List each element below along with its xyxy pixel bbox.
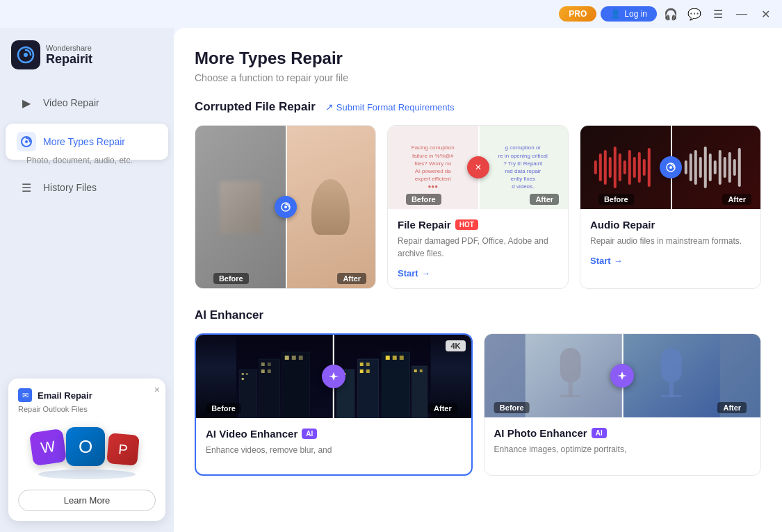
headphone-icon-button[interactable]: 🎧: [661, 4, 681, 24]
svg-rect-40: [261, 369, 265, 373]
user-icon: 👤: [610, 9, 621, 19]
audio-repair-body: Audio Repair Repair audio files in mains…: [580, 209, 760, 276]
sidebar-item-history-files[interactable]: ☰ History Files: [6, 169, 168, 206]
sidebar-item-label-history: History Files: [43, 182, 97, 193]
ai-video-center-icon: [322, 365, 345, 388]
menu-icon-button[interactable]: ☰: [708, 4, 728, 24]
close-button[interactable]: ✕: [756, 4, 775, 24]
close-icon-small: ×: [154, 384, 160, 395]
ai-cards-grid: Before After 4K: [195, 333, 761, 476]
svg-rect-37: [259, 359, 280, 418]
video-repair-icon: ▶: [17, 93, 36, 113]
svg-point-31: [669, 166, 672, 169]
file-badge: ✕: [467, 156, 489, 178]
audio-repair-start[interactable]: Start →: [590, 256, 751, 266]
ai-video-desc: Enhance videos, remove blur, and: [206, 444, 462, 456]
audio-repair-card[interactable]: Before After Audio Repair Repair audio f…: [580, 125, 761, 289]
svg-rect-6: [594, 160, 597, 174]
ai-photo-desc: Enhance images, optimize portraits,: [494, 443, 751, 456]
ai-section-title: AI Enhancer: [195, 308, 263, 322]
svg-rect-62: [420, 369, 423, 372]
sidebar-item-video-repair[interactable]: ▶ Video Repair: [6, 85, 168, 121]
svg-rect-36: [242, 378, 244, 380]
ai-badge-photo: AI: [592, 428, 607, 438]
email-promo-header: ✉ Email Repair: [18, 388, 156, 402]
sidebar-item-label-video: Video Repair: [43, 97, 99, 108]
svg-rect-21: [699, 157, 701, 178]
before-label-photo: Before: [213, 273, 249, 284]
svg-rect-69: [669, 383, 673, 397]
svg-rect-7: [599, 153, 602, 181]
4k-tag: 4K: [446, 340, 465, 351]
sidebar-item-more-types-repair[interactable]: More Types Repair: [6, 124, 168, 160]
svg-rect-53: [366, 363, 370, 366]
after-label-video: After: [428, 403, 457, 414]
email-promo-close-button[interactable]: ×: [154, 384, 160, 395]
svg-rect-14: [633, 157, 636, 178]
before-label-file: Before: [406, 194, 441, 205]
svg-rect-54: [360, 369, 364, 373]
svg-rect-29: [738, 148, 740, 187]
svg-rect-57: [386, 356, 390, 360]
file-repair-start[interactable]: Start →: [398, 268, 558, 279]
email-promo-card: × ✉ Email Repair Repair Outlook Files W …: [8, 379, 165, 521]
pro-badge[interactable]: PRO: [559, 6, 596, 22]
email-promo-title: Email Repair: [38, 390, 92, 401]
svg-rect-10: [614, 147, 617, 188]
svg-rect-23: [708, 153, 711, 181]
ai-photo-image: Before After: [484, 334, 761, 417]
ai-video-title: AI Video Enhancer AI: [206, 428, 462, 440]
sidebar: Wondershare Repairit ▶ Video Repair More…: [0, 28, 174, 532]
logo-area: Wondershare Repairit: [0, 35, 174, 83]
svg-rect-39: [268, 363, 271, 366]
svg-rect-70: [660, 395, 681, 397]
email-promo-image: W O P: [18, 420, 156, 483]
photo-repair-card[interactable]: Before After Photo Repair HOT Repair cor…: [195, 125, 376, 289]
submit-format-link[interactable]: ↗ Submit Format Requirements: [325, 101, 455, 113]
audio-repair-desc: Repair audio files in mainstream formats…: [590, 235, 751, 247]
ai-section-header: AI Enhancer: [195, 308, 761, 322]
chat-icon-button[interactable]: 💬: [685, 4, 704, 24]
ai-video-image: Before After 4K: [196, 335, 471, 418]
login-button[interactable]: 👤 Log in: [601, 6, 657, 22]
svg-rect-28: [733, 159, 735, 176]
hot-badge-file: HOT: [455, 219, 478, 230]
minimize-icon: —: [736, 8, 747, 20]
svg-rect-41: [268, 369, 271, 373]
menu-icon: ☰: [713, 8, 723, 21]
svg-rect-61: [414, 369, 417, 372]
svg-rect-43: [285, 356, 289, 360]
audio-repair-image: Before After: [580, 126, 760, 209]
headphone-icon: 🎧: [664, 8, 678, 21]
sidebar-item-label-more: More Types Repair: [43, 136, 125, 147]
svg-rect-16: [643, 159, 646, 176]
minimize-button[interactable]: —: [732, 4, 751, 24]
logo-brand: Wondershare: [46, 44, 92, 52]
repair-badge: [275, 196, 297, 218]
email-promo-subtitle: Repair Outlook Files: [18, 405, 156, 413]
ai-video-card[interactable]: Before After 4K: [195, 333, 473, 476]
svg-rect-25: [718, 150, 721, 185]
learn-more-button[interactable]: Learn More: [18, 490, 156, 511]
corrupted-section-title: Corrupted File Repair: [195, 100, 316, 114]
svg-rect-45: [299, 356, 303, 360]
title-bar: PRO 👤 Log in 🎧 💬 ☰ — ✕: [0, 0, 782, 28]
svg-rect-42: [282, 352, 310, 418]
corrupted-cards-grid: Before After Photo Repair HOT Repair cor…: [195, 125, 761, 289]
ai-photo-card[interactable]: Before After AI Photo Enhance: [484, 333, 762, 476]
audio-repair-title: Audio Repair: [590, 219, 751, 231]
close-icon: ✕: [761, 8, 770, 21]
file-repair-body: File Repair HOT Repair damaged PDF, Offi…: [388, 209, 568, 288]
svg-rect-15: [638, 152, 641, 183]
svg-rect-44: [292, 356, 296, 360]
chat-icon: 💬: [687, 8, 701, 21]
svg-rect-19: [689, 153, 692, 181]
file-repair-card[interactable]: Facing corruptionfailure in %%@#files? W…: [387, 125, 569, 289]
svg-rect-9: [609, 157, 612, 178]
svg-point-5: [284, 206, 287, 208]
more-types-icon: [17, 132, 36, 151]
corrupted-section-header: Corrupted File Repair ↗ Submit Format Re…: [195, 100, 761, 114]
photo-repair-body: Photo Repair HOT Repair corrupted photos…: [195, 288, 375, 289]
main-content: More Types Repair Choose a function to r…: [174, 28, 782, 532]
svg-rect-34: [242, 373, 244, 375]
